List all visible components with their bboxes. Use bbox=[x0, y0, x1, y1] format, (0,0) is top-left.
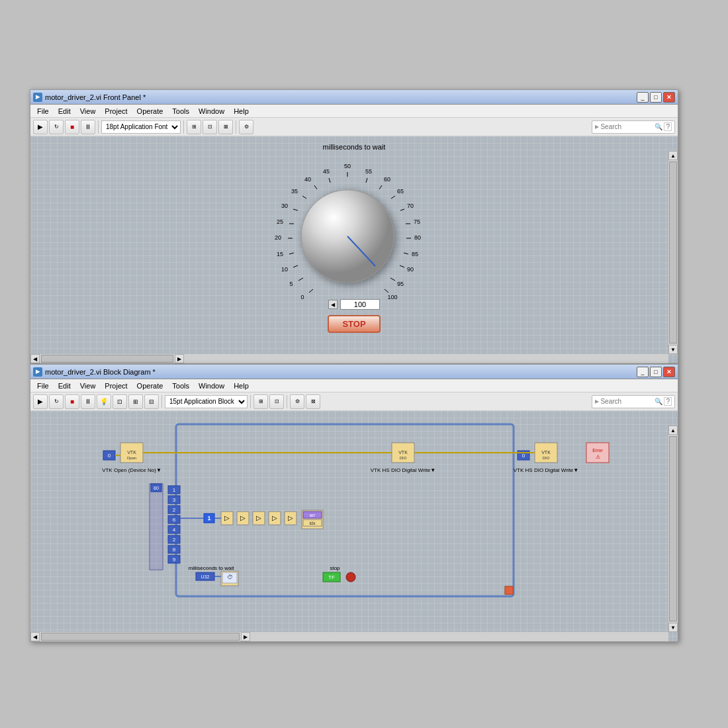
bd-run-cont-btn[interactable]: ↻ bbox=[49, 394, 64, 409]
close-btn[interactable]: ✕ bbox=[663, 92, 675, 103]
dist-btn[interactable]: ⊡ bbox=[203, 120, 217, 134]
svg-rect-53 bbox=[150, 484, 163, 570]
svg-line-1 bbox=[309, 289, 313, 293]
scroll-left-btn[interactable]: ◀ bbox=[30, 354, 40, 363]
bd-menu-help[interactable]: Help bbox=[230, 381, 253, 391]
bd-close-btn[interactable]: ✕ bbox=[663, 367, 675, 377]
menu-help[interactable]: Help bbox=[230, 106, 253, 116]
bd-menu-edit[interactable]: Edit bbox=[54, 381, 75, 391]
bd-window-controls: _ □ ✕ bbox=[637, 367, 675, 377]
bd-step3-btn[interactable]: ⊟ bbox=[144, 394, 159, 409]
extra-btn[interactable]: ⚙ bbox=[239, 120, 253, 134]
svg-text:65: 65 bbox=[397, 188, 404, 195]
bd-dist-btn[interactable]: ⊡ bbox=[269, 394, 284, 409]
bd-app-icon: ▶ bbox=[33, 367, 42, 377]
bd-menu-view[interactable]: View bbox=[76, 381, 100, 391]
knob-dial-area[interactable]: 0 5 10 15 20 bbox=[268, 154, 440, 306]
diagram-area: ▲ ▼ ◀ ▶ 0 VTK Open VTK Open (Device No)▼ bbox=[30, 411, 678, 641]
bd-scrollbar-h[interactable]: ◀ ▶ bbox=[30, 632, 668, 641]
bd-pause-btn[interactable]: ⏸ bbox=[81, 394, 95, 409]
bd-step2-btn[interactable]: ⊞ bbox=[128, 394, 143, 409]
stop-button[interactable]: STOP bbox=[328, 315, 380, 333]
svg-line-37 bbox=[400, 265, 404, 267]
svg-text:4: 4 bbox=[173, 527, 176, 533]
search-arrow: ▶ bbox=[595, 124, 599, 130]
svg-text:50: 50 bbox=[344, 163, 351, 169]
bd-menu-tools[interactable]: Tools bbox=[168, 381, 193, 391]
bd-scroll-down[interactable]: ▼ bbox=[668, 623, 678, 632]
svg-text:100: 100 bbox=[387, 294, 397, 300]
bd-abort-btn[interactable]: ■ bbox=[65, 394, 79, 409]
scroll-thumb-h[interactable] bbox=[41, 355, 173, 363]
scroll-thumb-v[interactable] bbox=[669, 161, 677, 343]
front-panel-title: motor_driver_2.vi Front Panel * bbox=[45, 93, 637, 101]
svg-text:⏱: ⏱ bbox=[227, 574, 233, 580]
help-btn[interactable]: ? bbox=[664, 122, 672, 131]
svg-line-27 bbox=[391, 196, 395, 199]
bd-menu-window[interactable]: Window bbox=[195, 381, 228, 391]
menu-edit[interactable]: Edit bbox=[54, 106, 75, 116]
svg-line-41 bbox=[385, 289, 388, 293]
scroll-right-btn[interactable]: ▶ bbox=[175, 354, 184, 363]
block-diagram-toolbar: ▶ ↻ ■ ⏸ 💡 ⊡ ⊞ ⊟ 15pt Application Block ⊞… bbox=[30, 392, 678, 411]
svg-text:25: 25 bbox=[277, 218, 283, 225]
bd-bulb-btn[interactable]: 💡 bbox=[97, 394, 111, 409]
svg-text:9: 9 bbox=[173, 557, 176, 563]
resize-btn[interactable]: ⊠ bbox=[218, 120, 233, 134]
bd-extra2-btn[interactable]: ⊠ bbox=[306, 394, 320, 409]
bd-search-icon[interactable]: 🔍 bbox=[655, 398, 662, 405]
menu-window[interactable]: Window bbox=[195, 106, 228, 116]
bd-menu-project[interactable]: Project bbox=[101, 381, 131, 391]
bd-search-input[interactable] bbox=[600, 398, 653, 405]
svg-line-17 bbox=[314, 185, 317, 189]
front-panel-scrollbar-v[interactable]: ▲ ▼ bbox=[668, 151, 678, 354]
bd-font-selector[interactable]: 15pt Application Block bbox=[165, 395, 248, 408]
run-btn[interactable]: ▶ bbox=[33, 120, 48, 134]
sep2 bbox=[183, 120, 184, 134]
search-icon[interactable]: 🔍 bbox=[655, 123, 662, 130]
bd-help-btn[interactable]: ? bbox=[664, 397, 672, 406]
front-panel-titlebar[interactable]: ▶ motor_driver_2.vi Front Panel * _ □ ✕ bbox=[30, 90, 678, 105]
bd-search-box: ▶ 🔍 ? bbox=[592, 395, 675, 408]
bd-align-btn[interactable]: ⊞ bbox=[253, 394, 268, 409]
abort-btn[interactable]: ■ bbox=[65, 120, 79, 134]
bd-extra-btn[interactable]: ⚙ bbox=[290, 394, 304, 409]
bd-maximize-btn[interactable]: □ bbox=[650, 367, 662, 377]
bd-menu-operate[interactable]: Operate bbox=[133, 381, 167, 391]
maximize-btn[interactable]: □ bbox=[650, 92, 662, 103]
sep3 bbox=[236, 120, 236, 134]
menu-project[interactable]: Project bbox=[101, 106, 131, 116]
bd-minimize-btn[interactable]: _ bbox=[637, 367, 649, 377]
search-input[interactable] bbox=[600, 123, 653, 130]
svg-text:1: 1 bbox=[173, 487, 176, 493]
scroll-down-btn[interactable]: ▼ bbox=[668, 345, 678, 354]
scroll-up-btn[interactable]: ▲ bbox=[668, 151, 678, 160]
bd-sep1 bbox=[161, 395, 162, 408]
bd-scroll-right[interactable]: ▶ bbox=[241, 632, 250, 641]
align-btn[interactable]: ⊞ bbox=[187, 120, 201, 134]
font-selector[interactable]: 18pt Application Font bbox=[101, 120, 181, 134]
svg-text:TF: TF bbox=[328, 574, 335, 580]
svg-text:20: 20 bbox=[275, 234, 281, 241]
bd-scroll-left[interactable]: ◀ bbox=[30, 632, 40, 641]
bd-menu-file[interactable]: File bbox=[33, 381, 53, 391]
menu-view[interactable]: View bbox=[76, 106, 100, 116]
svg-text:0: 0 bbox=[108, 453, 111, 459]
run-cont-btn[interactable]: ↻ bbox=[49, 120, 64, 134]
svg-text:▷: ▷ bbox=[272, 514, 277, 522]
bd-thumb-h[interactable] bbox=[41, 633, 240, 641]
bd-step-btn[interactable]: ⊡ bbox=[113, 394, 127, 409]
svg-text:70: 70 bbox=[407, 203, 414, 209]
svg-text:DIO: DIO bbox=[400, 456, 407, 460]
svg-text:40: 40 bbox=[304, 176, 311, 183]
svg-text:⚠: ⚠ bbox=[596, 454, 600, 460]
front-panel-scrollbar-h[interactable]: ◀ ▶ bbox=[30, 354, 668, 363]
menu-operate[interactable]: Operate bbox=[133, 106, 167, 116]
minimize-btn[interactable]: _ bbox=[637, 92, 649, 103]
block-diagram-titlebar[interactable]: ▶ motor_driver_2.vi Block Diagram * _ □ … bbox=[30, 365, 678, 379]
bd-run-btn[interactable]: ▶ bbox=[33, 394, 48, 409]
bd-search-arrow: ▶ bbox=[595, 398, 599, 404]
menu-tools[interactable]: Tools bbox=[168, 106, 193, 116]
pause-btn[interactable]: ⏸ bbox=[81, 120, 95, 134]
menu-file[interactable]: File bbox=[33, 106, 53, 116]
